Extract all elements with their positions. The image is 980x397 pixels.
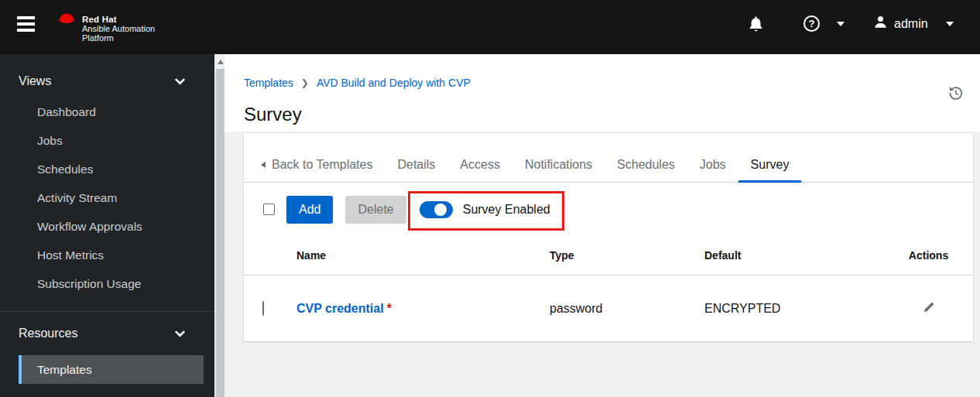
survey-card: Back to Templates Details Access Notific… <box>244 133 973 341</box>
user-caret-down-icon <box>946 22 954 26</box>
resources-group-label: Resources <box>19 327 77 341</box>
sidebar-group-resources[interactable]: Resources <box>0 312 214 355</box>
username-label: admin <box>894 17 928 31</box>
scrollbar-thumb[interactable] <box>216 69 224 397</box>
vertical-scrollbar[interactable] <box>214 54 224 397</box>
nav-toggle-icon[interactable] <box>17 16 36 35</box>
row-default-cell: ENCRYPTED <box>704 302 906 316</box>
column-header-default: Default <box>704 249 906 262</box>
chevron-down-icon <box>175 74 185 88</box>
tab-jobs[interactable]: Jobs <box>687 149 738 183</box>
tab-back-to-templates[interactable]: Back to Templates <box>248 149 385 183</box>
survey-enabled-toggle[interactable] <box>420 201 453 218</box>
add-button[interactable]: Add <box>286 196 333 224</box>
page-title: Survey <box>244 104 302 125</box>
user-avatar-icon <box>873 15 888 33</box>
sidebar-group-views[interactable]: Views <box>0 65 214 98</box>
breadcrumb-template-name-link[interactable]: AVD Build and Deploy with CVP <box>317 77 471 89</box>
brand-line1: Red Hat <box>82 15 155 24</box>
breadcrumb-templates-link[interactable]: Templates <box>244 77 293 89</box>
chevron-down-icon <box>175 327 185 341</box>
row-checkbox[interactable] <box>262 301 264 316</box>
top-masthead: Red Hat Ansible Automation Platform ? ad… <box>0 0 980 54</box>
sidebar-item-schedules[interactable]: Schedules <box>0 155 214 183</box>
breadcrumb: Templates ❯ AVD Build and Deploy with CV… <box>244 77 471 89</box>
column-header-type: Type <box>550 249 704 262</box>
views-group-label: Views <box>19 74 51 88</box>
select-all-checkbox[interactable] <box>263 204 275 215</box>
survey-toolbar: Add Delete Survey Enabled <box>244 183 973 236</box>
row-name-cell: CVP credential* <box>296 302 550 316</box>
table-header-row: Name Type Default Actions <box>244 236 973 276</box>
notifications-bell-icon[interactable] <box>749 15 763 34</box>
help-caret-down-icon <box>837 22 845 26</box>
sidebar-nav: Views Dashboard Jobs Schedules Activity … <box>0 54 214 397</box>
tab-survey[interactable]: Survey <box>738 149 802 183</box>
sidebar-item-templates[interactable]: Templates <box>19 355 204 384</box>
sidebar-item-jobs[interactable]: Jobs <box>0 126 214 155</box>
tab-schedules[interactable]: Schedules <box>605 149 687 183</box>
caret-left-icon <box>261 162 266 168</box>
redhat-fedora-icon <box>57 12 77 30</box>
sidebar-item-subscription-usage[interactable]: Subscription Usage <box>0 269 214 298</box>
survey-enabled-switch-group: Survey Enabled <box>420 201 550 218</box>
scrollbar-up-arrow-icon[interactable] <box>218 60 224 64</box>
sidebar-item-workflow-approvals[interactable]: Workflow Approvals <box>0 212 214 241</box>
help-question-icon: ? <box>804 15 820 32</box>
column-header-actions: Actions <box>906 249 973 262</box>
toggle-knob <box>434 204 447 216</box>
edit-pencil-icon[interactable] <box>921 299 937 317</box>
survey-enabled-label: Survey Enabled <box>463 203 550 217</box>
row-type-cell: password <box>550 302 704 316</box>
required-asterisk: * <box>387 302 392 315</box>
breadcrumb-separator-icon: ❯ <box>301 77 309 88</box>
tab-bar: Back to Templates Details Access Notific… <box>244 133 973 183</box>
tab-access[interactable]: Access <box>447 149 512 183</box>
sidebar-item-host-metrics[interactable]: Host Metrics <box>0 241 214 269</box>
survey-question-link[interactable]: CVP credential <box>296 302 384 315</box>
brand-line2: Ansible Automation <box>82 24 155 33</box>
main-content: Templates ❯ AVD Build and Deploy with CV… <box>224 54 980 397</box>
page-header: Templates ❯ AVD Build and Deploy with CV… <box>224 54 980 132</box>
sidebar-item-activity-stream[interactable]: Activity Stream <box>0 183 214 212</box>
tab-notifications[interactable]: Notifications <box>512 149 605 183</box>
sidebar-item-dashboard[interactable]: Dashboard <box>0 98 214 126</box>
user-menu[interactable]: admin <box>873 15 954 33</box>
brand-logo: Red Hat Ansible Automation Platform <box>57 12 155 43</box>
column-header-name: Name <box>296 249 550 262</box>
help-menu[interactable]: ? <box>804 15 845 32</box>
tab-details[interactable]: Details <box>385 149 447 183</box>
history-icon[interactable] <box>948 86 963 103</box>
table-row: CVP credential* password ENCRYPTED <box>244 276 973 341</box>
delete-button[interactable]: Delete <box>345 196 406 224</box>
brand-line3: Platform <box>82 33 155 43</box>
